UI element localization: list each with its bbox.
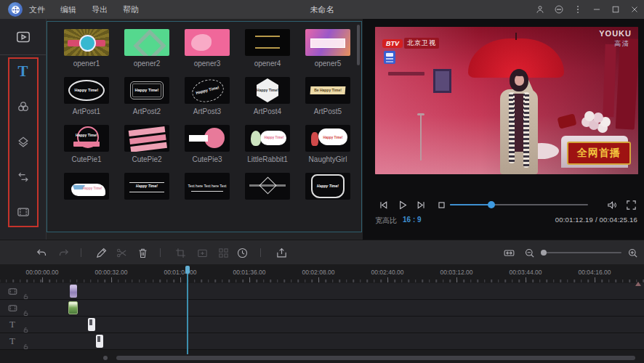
timeline-zoom-slider[interactable]: [542, 252, 621, 253]
library-item-opener3[interactable]: opener3: [185, 29, 245, 68]
template-thumbnail[interactable]: Happy Time!: [185, 77, 230, 104]
zoom-out-button[interactable]: [522, 245, 536, 260]
timeline-clip[interactable]: [70, 285, 77, 298]
track-lock-icon[interactable]: [23, 340, 30, 347]
library-item-CutePie2[interactable]: CutePie2: [124, 125, 185, 163]
suitcase-handle-grip: [417, 113, 424, 115]
minimize-button[interactable]: [591, 4, 602, 15]
sidebar-item-filters[interactable]: [0, 94, 46, 119]
library-item-CutePie1[interactable]: Happy Time!CutePie1: [64, 125, 124, 163]
track-lock-icon[interactable]: [23, 323, 30, 330]
library-item[interactable]: Happy Time!: [305, 173, 362, 200]
timeline-clip[interactable]: [88, 318, 95, 331]
library-item-opener4[interactable]: opener4: [245, 29, 305, 68]
sidebar-item-transitions[interactable]: [0, 165, 46, 189]
fit-timeline-button[interactable]: [502, 245, 516, 260]
maximize-button[interactable]: [610, 4, 621, 15]
template-thumbnail[interactable]: Happy Time!: [245, 125, 290, 152]
library-item-ArtPost1[interactable]: Happy Time!ArtPost1: [64, 77, 124, 115]
export-button[interactable]: [274, 245, 289, 260]
library-item-opener5[interactable]: opener5: [305, 29, 362, 68]
menu-item-2[interactable]: 导出: [92, 4, 108, 15]
stop-button[interactable]: [434, 197, 448, 212]
zoom-slider-handle[interactable]: [541, 250, 547, 256]
zoom-in-button[interactable]: [625, 245, 640, 260]
aspect-ratio-value[interactable]: 16 : 9: [403, 216, 422, 224]
timeline-clip[interactable]: [68, 301, 78, 314]
template-thumbnail[interactable]: Happy Time!: [64, 77, 109, 104]
edit-button[interactable]: [94, 245, 108, 260]
library-item-ArtPost3[interactable]: Happy Time!ArtPost3: [185, 77, 245, 115]
close-button[interactable]: [629, 4, 640, 15]
library-scrollbar[interactable]: [357, 25, 360, 65]
template-thumbnail[interactable]: [245, 173, 290, 200]
library-item-LittleRabbit1[interactable]: Happy Time!LittleRabbit1: [245, 125, 305, 163]
redo-button[interactable]: [56, 245, 71, 260]
scrollbar-thumb[interactable]: [116, 356, 635, 360]
play-button[interactable]: [395, 197, 409, 212]
track-row-3[interactable]: T: [0, 317, 644, 333]
template-thumbnail[interactable]: [185, 125, 230, 152]
feedback-icon[interactable]: [553, 4, 564, 15]
account-icon[interactable]: [534, 4, 545, 15]
sidebar-item-elements[interactable]: [0, 200, 46, 224]
template-thumbnail[interactable]: Happy Time!: [245, 77, 290, 104]
more-menu-icon[interactable]: [572, 4, 583, 15]
seek-handle[interactable]: [488, 201, 495, 208]
template-thumbnail[interactable]: Happy Time!: [64, 173, 109, 200]
template-thumbnail[interactable]: [124, 125, 169, 152]
scroll-up-arrow[interactable]: [635, 282, 641, 286]
template-thumbnail[interactable]: Happy Time!: [124, 77, 169, 104]
library-item-opener2[interactable]: opener2: [124, 29, 185, 68]
track-row-4[interactable]: T: [0, 333, 644, 350]
video-frame[interactable]: BTV 北京卫视 YOUKU 高清 全网首播: [375, 27, 638, 174]
previous-frame-button[interactable]: [376, 197, 390, 212]
playhead[interactable]: [187, 266, 188, 354]
library-item-ArtPost4[interactable]: Happy Time!ArtPost4: [245, 77, 305, 115]
library-item-NaughtyGirl[interactable]: Happy Time!NaughtyGirl: [305, 125, 362, 163]
template-thumbnail[interactable]: Happy Time!: [305, 173, 350, 200]
track-row-2[interactable]: [0, 300, 644, 317]
library-item[interactable]: [245, 173, 305, 200]
delete-button[interactable]: [135, 245, 150, 260]
library-item-ArtPost2[interactable]: Happy Time!ArtPost2: [124, 77, 185, 115]
sidebar-item-text[interactable]: T: [0, 59, 46, 83]
template-thumbnail[interactable]: [185, 29, 230, 56]
menu-item-0[interactable]: 文件: [29, 4, 45, 15]
template-thumbnail[interactable]: Happy Time!: [64, 125, 109, 152]
seek-slider[interactable]: [450, 204, 588, 205]
menu-item-1[interactable]: 编辑: [60, 4, 76, 15]
track-row-1[interactable]: [0, 283, 644, 300]
timeline-clip[interactable]: [96, 335, 103, 348]
crop-button[interactable]: [173, 245, 188, 260]
volume-icon[interactable]: [605, 197, 619, 212]
mosaic-button[interactable]: [216, 245, 230, 260]
library-item-CutePie3[interactable]: CutePie3: [185, 125, 245, 163]
library-item[interactable]: Happy Time!: [64, 173, 124, 200]
menu-item-3[interactable]: 帮助: [123, 4, 139, 15]
track-lock-icon[interactable]: [23, 306, 30, 314]
undo-button[interactable]: [34, 245, 49, 260]
duration-button[interactable]: [235, 245, 249, 260]
umbrella-tip: [515, 33, 517, 40]
library-item[interactable]: Text here Text here Text: [185, 173, 245, 200]
track-lock-icon[interactable]: [23, 290, 30, 297]
template-thumbnail[interactable]: [245, 29, 290, 56]
template-thumbnail[interactable]: [305, 29, 350, 56]
next-frame-button[interactable]: [414, 197, 428, 212]
library-item-opener1[interactable]: opener1: [64, 29, 124, 68]
split-button[interactable]: [114, 245, 129, 260]
template-thumbnail[interactable]: Text here Text here Text: [185, 173, 230, 200]
zoom-frame-button[interactable]: [195, 245, 209, 260]
fullscreen-icon[interactable]: [624, 197, 638, 212]
template-thumbnail[interactable]: [64, 29, 109, 56]
library-item[interactable]: Happy Time!: [124, 173, 185, 200]
template-thumbnail[interactable]: Happy Time!: [124, 173, 169, 200]
template-thumbnail[interactable]: Happy Time!: [305, 125, 350, 152]
sidebar-item-media[interactable]: [0, 19, 46, 55]
template-thumbnail[interactable]: [124, 29, 169, 56]
library-item-ArtPost5[interactable]: Be Happy Time!ArtPost5: [305, 77, 362, 115]
template-thumbnail[interactable]: Be Happy Time!: [305, 77, 350, 104]
horizontal-scrollbar[interactable]: [0, 354, 644, 362]
sidebar-item-overlays[interactable]: [0, 130, 46, 155]
